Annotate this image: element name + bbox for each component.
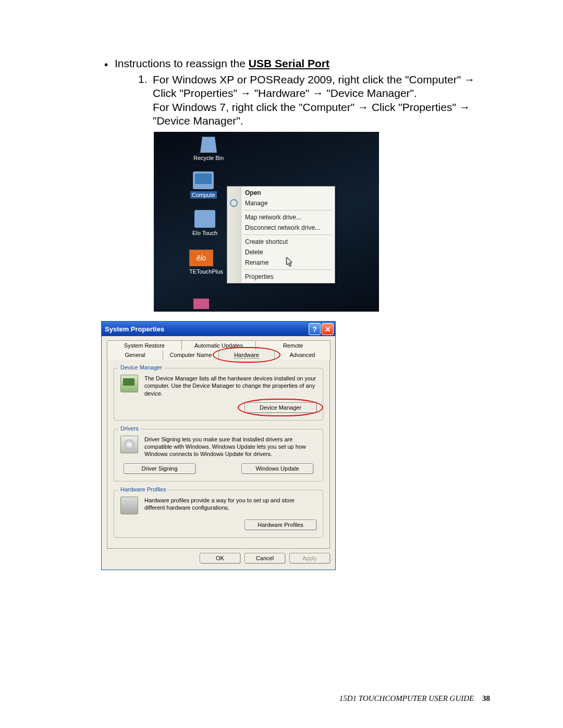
device-manager-button[interactable]: Device Manager <box>244 402 316 413</box>
tetouchplus-icon[interactable]: ēlo TETouchPlus <box>189 250 223 275</box>
tetouchplus-label: TETouchPlus <box>189 268 223 275</box>
hardware-profiles-text: Hardware profiles provide a way for you … <box>144 497 316 514</box>
tab-computer-name[interactable]: Computer Name <box>163 350 219 360</box>
recycle-bin-label: Recycle Bin <box>193 155 224 161</box>
elo-logo-icon: ēlo <box>189 250 213 266</box>
group-legend: Drivers <box>118 425 141 431</box>
group-legend: Device Manager <box>118 364 164 371</box>
context-menu: Open Manage Map network drive... Disconn… <box>227 186 335 283</box>
menu-separator <box>243 269 333 270</box>
step-text: For Windows XP or POSReady 2009, right c… <box>153 73 490 128</box>
elo-touch-icon[interactable]: Elo Touch <box>192 210 217 236</box>
step-number: 1. <box>138 73 153 85</box>
menu-properties[interactable]: Properties <box>227 272 335 282</box>
partial-icon <box>193 299 209 309</box>
dialog-button-row: OK Cancel Apply <box>107 553 330 563</box>
menu-separator <box>243 235 333 235</box>
tab-automatic-updates[interactable]: Automatic Updates <box>181 340 256 350</box>
recycle-bin-icon[interactable]: Recycle Bin <box>193 135 224 161</box>
instruction-heading: Instructions to reassign the USB Serial … <box>115 57 490 70</box>
help-button[interactable]: ? <box>309 323 321 335</box>
elo-touch-label: Elo Touch <box>192 230 217 236</box>
menu-open[interactable]: Open <box>227 188 335 198</box>
drivers-text: Driver Signing lets you make sure that i… <box>144 436 316 458</box>
drivers-icon <box>120 436 138 453</box>
page-footer: 15D1 TOUCHCOMPUTER USER GUIDE 38 <box>339 694 490 703</box>
menu-map-drive[interactable]: Map network drive... <box>227 212 335 223</box>
tab-advanced[interactable]: Advanced <box>274 350 331 360</box>
footer-text: 15D1 TOUCHCOMPUTER USER GUIDE <box>339 694 474 702</box>
windows-update-button[interactable]: Windows Update <box>241 463 313 474</box>
device-manager-icon <box>120 375 138 392</box>
computer-label: Compute <box>190 191 217 199</box>
menu-manage[interactable]: Manage <box>227 198 335 208</box>
apply-button[interactable]: Apply <box>289 553 330 563</box>
close-button[interactable]: ✕ <box>322 323 334 335</box>
instruction-bold: USB Serial Port <box>249 57 329 69</box>
tab-system-restore[interactable]: System Restore <box>107 340 182 350</box>
cancel-button[interactable]: Cancel <box>244 553 285 563</box>
computer-icon[interactable]: Compute <box>190 171 217 199</box>
ok-button[interactable]: OK <box>200 553 240 563</box>
menu-disconnect-drive[interactable]: Disconnect network drive... <box>227 223 335 233</box>
tab-general[interactable]: General <box>107 350 163 360</box>
menu-rename[interactable]: Rename <box>227 257 335 268</box>
bullet-item: • Instructions to reassign the USB Seria… <box>104 57 490 71</box>
desktop-screenshot: Recycle Bin Compute Elo Touch ēlo TETouc… <box>154 132 379 312</box>
menu-delete[interactable]: Delete <box>227 247 335 257</box>
tab-remote[interactable]: Remote <box>255 340 331 350</box>
hardware-profiles-icon <box>120 497 138 514</box>
gear-icon <box>230 199 238 207</box>
driver-signing-button[interactable]: Driver Signing <box>124 463 195 474</box>
device-manager-group: Device Manager The Device Manager lists … <box>114 368 323 421</box>
bullet-icon: • <box>104 57 115 71</box>
ordered-step-1: 1. For Windows XP or POSReady 2009, righ… <box>138 73 490 128</box>
dialog-title: System Properties <box>105 325 164 333</box>
cursor-icon <box>286 257 293 267</box>
menu-separator <box>243 210 333 211</box>
instruction-lead: Instructions to reassign the <box>115 57 249 69</box>
device-manager-text: The Device Manager lists all the hardwar… <box>144 375 316 397</box>
page-number: 38 <box>482 694 490 702</box>
drivers-group: Drivers Driver Signing lets you make sur… <box>114 429 323 482</box>
tab-row-2: General Computer Name Hardware Advanced <box>107 350 330 360</box>
hardware-profiles-group: Hardware Profiles Hardware profiles prov… <box>114 490 323 538</box>
menu-create-shortcut[interactable]: Create shortcut <box>227 237 335 247</box>
dialog-titlebar[interactable]: System Properties ? ✕ <box>102 322 335 336</box>
system-properties-dialog: System Properties ? ✕ System Restore Aut… <box>101 321 336 570</box>
hardware-profiles-button[interactable]: Hardware Profiles <box>244 520 316 530</box>
group-legend: Hardware Profiles <box>118 486 168 492</box>
tab-row-1: System Restore Automatic Updates Remote <box>107 340 330 350</box>
tab-hardware[interactable]: Hardware <box>218 350 275 360</box>
